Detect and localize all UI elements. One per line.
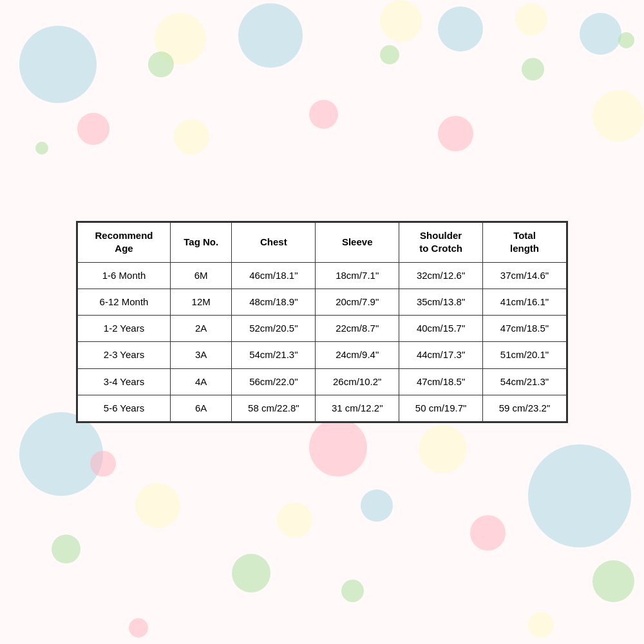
cell-chest: 52cm/20.5" (232, 316, 316, 342)
cell-sleeve: 31 cm/12.2" (316, 395, 399, 421)
table-header-row: RecommendAge Tag No. Chest Sleeve Should… (78, 223, 567, 263)
cell-tag: 2A (171, 316, 232, 342)
cell-tag: 12M (171, 289, 232, 315)
cell-chest: 56cm/22.0" (232, 368, 316, 395)
cell-sleeve: 22cm/8.7" (316, 316, 399, 342)
header-age: RecommendAge (78, 223, 171, 263)
cell-shoulder: 32cm/12.6" (399, 262, 483, 289)
cell-total: 59 cm/23.2" (483, 395, 567, 421)
header-chest: Chest (232, 223, 316, 263)
cell-chest: 48cm/18.9" (232, 289, 316, 315)
cell-age: 2-3 Years (78, 342, 171, 368)
header-shoulder: Shoulderto Crotch (399, 223, 483, 263)
cell-sleeve: 26cm/10.2" (316, 368, 399, 395)
cell-tag: 4A (171, 368, 232, 395)
cell-tag: 3A (171, 342, 232, 368)
cell-chest: 46cm/18.1" (232, 262, 316, 289)
cell-total: 37cm/14.6" (483, 262, 567, 289)
cell-total: 54cm/21.3" (483, 368, 567, 395)
cell-sleeve: 18cm/7.1" (316, 262, 399, 289)
table-row: 2-3 Years3A54cm/21.3"24cm/9.4"44cm/17.3"… (78, 342, 567, 368)
table-row: 3-4 Years4A56cm/22.0"26cm/10.2"47cm/18.5… (78, 368, 567, 395)
cell-shoulder: 35cm/13.8" (399, 289, 483, 315)
cell-age: 1-6 Month (78, 262, 171, 289)
cell-chest: 54cm/21.3" (232, 342, 316, 368)
size-chart-table: RecommendAge Tag No. Chest Sleeve Should… (77, 222, 567, 422)
cell-shoulder: 44cm/17.3" (399, 342, 483, 368)
cell-sleeve: 24cm/9.4" (316, 342, 399, 368)
header-sleeve: Sleeve (316, 223, 399, 263)
cell-shoulder: 47cm/18.5" (399, 368, 483, 395)
cell-tag: 6M (171, 262, 232, 289)
cell-shoulder: 40cm/15.7" (399, 316, 483, 342)
table-row: 1-6 Month6M46cm/18.1"18cm/7.1"32cm/12.6"… (78, 262, 567, 289)
cell-age: 1-2 Years (78, 316, 171, 342)
cell-tag: 6A (171, 395, 232, 421)
cell-total: 51cm/20.1" (483, 342, 567, 368)
header-total: Totallength (483, 223, 567, 263)
cell-total: 47cm/18.5" (483, 316, 567, 342)
cell-shoulder: 50 cm/19.7" (399, 395, 483, 421)
cell-sleeve: 20cm/7.9" (316, 289, 399, 315)
size-chart-table-wrapper: RecommendAge Tag No. Chest Sleeve Should… (76, 221, 568, 423)
cell-age: 5-6 Years (78, 395, 171, 421)
cell-age: 6-12 Month (78, 289, 171, 315)
table-row: 5-6 Years6A58 cm/22.8"31 cm/12.2"50 cm/1… (78, 395, 567, 421)
table-row: 1-2 Years2A52cm/20.5"22cm/8.7"40cm/15.7"… (78, 316, 567, 342)
cell-chest: 58 cm/22.8" (232, 395, 316, 421)
cell-total: 41cm/16.1" (483, 289, 567, 315)
header-tag: Tag No. (171, 223, 232, 263)
cell-age: 3-4 Years (78, 368, 171, 395)
table-row: 6-12 Month12M48cm/18.9"20cm/7.9"35cm/13.… (78, 289, 567, 315)
